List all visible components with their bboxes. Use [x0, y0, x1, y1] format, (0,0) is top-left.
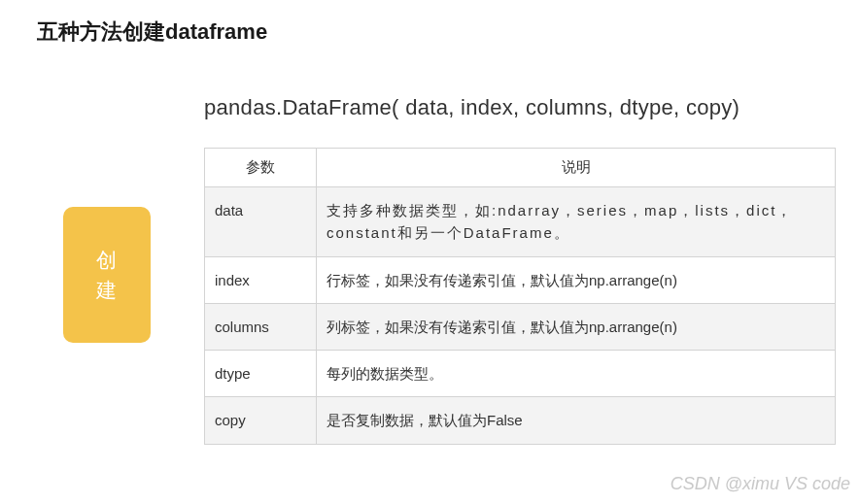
- param-desc: 行标签，如果没有传递索引值，默认值为np.arrange(n): [317, 256, 836, 303]
- parameter-table: 参数 说明 data 支持多种数据类型，如:ndarray，series，map…: [204, 148, 836, 445]
- param-name: columns: [205, 303, 317, 350]
- create-badge: 创 建: [63, 207, 151, 343]
- table-header-row: 参数 说明: [205, 149, 836, 187]
- param-name: dtype: [205, 351, 317, 397]
- table-row: columns 列标签，如果没有传递索引值，默认值为np.arrange(n): [205, 303, 836, 350]
- param-desc: 是否复制数据，默认值为False: [317, 397, 836, 444]
- constructor-signature: pandas.DataFrame( data, index, columns, …: [204, 95, 860, 120]
- header-desc: 说明: [317, 149, 836, 187]
- badge-line-1: 创: [96, 245, 119, 276]
- param-desc: 支持多种数据类型，如:ndarray，series，map，lists，dict…: [317, 187, 836, 257]
- param-name: data: [205, 187, 317, 257]
- main-column: pandas.DataFrame( data, index, columns, …: [204, 95, 860, 445]
- table-row: dtype 每列的数据类型。: [205, 351, 836, 397]
- page-title: 五种方法创建dataframe: [0, 0, 860, 47]
- content-row: 创 建 pandas.DataFrame( data, index, colum…: [0, 95, 860, 445]
- param-desc: 列标签，如果没有传递索引值，默认值为np.arrange(n): [317, 303, 836, 350]
- table-row: copy 是否复制数据，默认值为False: [205, 397, 836, 444]
- param-name: index: [205, 256, 317, 303]
- watermark: CSDN @ximu VS code: [671, 474, 850, 494]
- table-row: index 行标签，如果没有传递索引值，默认值为np.arrange(n): [205, 256, 836, 303]
- badge-line-2: 建: [96, 275, 119, 306]
- table-row: data 支持多种数据类型，如:ndarray，series，map，lists…: [205, 187, 836, 257]
- header-param: 参数: [205, 149, 317, 187]
- param-desc: 每列的数据类型。: [317, 351, 836, 397]
- param-name: copy: [205, 397, 317, 444]
